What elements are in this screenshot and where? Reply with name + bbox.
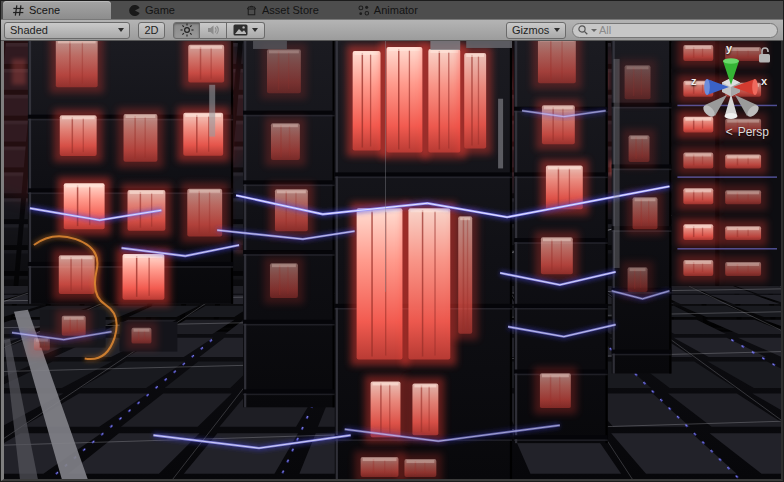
persp-label: Persp — [738, 125, 769, 139]
game-icon — [128, 4, 141, 17]
tab-label: Asset Store — [262, 4, 319, 16]
search-filter-arrow-icon[interactable] — [591, 29, 597, 32]
unity-scene-window: Scene Game Asset Store Animator — [0, 0, 784, 482]
search-input[interactable] — [599, 24, 771, 36]
scene-viewport[interactable]: y x z < Persp — [1, 41, 783, 481]
dropdown-arrow-icon — [554, 28, 560, 32]
tab-game[interactable]: Game — [119, 1, 184, 19]
asset-store-icon — [245, 4, 258, 17]
view-toggles-group — [173, 22, 265, 39]
effects-dropdown-button[interactable] — [227, 22, 265, 39]
tab-bar: Scene Game Asset Store Animator — [1, 1, 783, 19]
scene-toolbar: Shaded 2D — [1, 19, 783, 41]
animator-icon — [357, 4, 370, 17]
axis-x-label[interactable]: x — [761, 75, 767, 87]
dropdown-arrow-icon — [118, 28, 124, 32]
2d-toggle-button[interactable]: 2D — [138, 22, 165, 39]
audio-toggle-button[interactable] — [200, 22, 227, 39]
camera-projection-label[interactable]: < Persp — [726, 125, 769, 139]
lighting-icon — [180, 23, 194, 37]
tab-asset-store[interactable]: Asset Store — [236, 1, 328, 19]
tab-label: Scene — [29, 4, 60, 16]
tab-label: Animator — [374, 4, 418, 16]
lock-icon[interactable] — [759, 48, 770, 63]
search-field[interactable] — [572, 23, 778, 38]
shading-mode-label: Shaded — [10, 24, 48, 36]
lighting-toggle-button[interactable] — [173, 22, 200, 39]
persp-arrow: < — [726, 125, 733, 139]
gizmos-label: Gizmos — [512, 24, 549, 36]
gizmos-dropdown[interactable]: Gizmos — [506, 22, 566, 39]
axis-neg-cone[interactable] — [725, 94, 737, 115]
tab-animator[interactable]: Animator — [348, 1, 427, 19]
tab-label: Game — [145, 4, 175, 16]
orientation-gizmo[interactable]: y x z — [685, 41, 777, 137]
axis-gizmo[interactable] — [685, 41, 777, 137]
effects-icon — [233, 24, 248, 36]
tab-scene[interactable]: Scene — [3, 1, 111, 19]
search-icon — [577, 24, 589, 36]
scene-3d-render[interactable] — [4, 41, 781, 479]
audio-icon — [206, 23, 220, 37]
dropdown-arrow-icon — [252, 28, 258, 32]
scene-grid-icon — [12, 4, 25, 17]
shading-mode-dropdown[interactable]: Shaded — [4, 22, 130, 39]
axis-z-label[interactable]: z — [691, 75, 697, 87]
axis-y-label[interactable]: y — [726, 42, 732, 54]
